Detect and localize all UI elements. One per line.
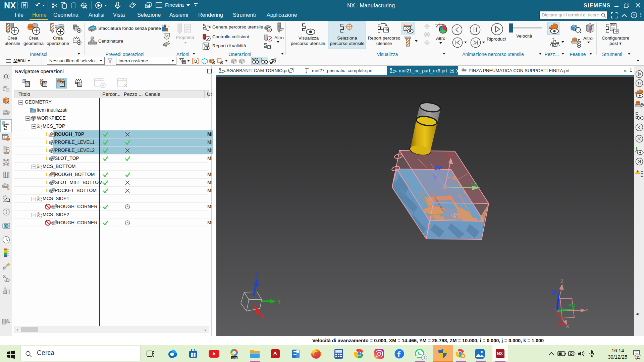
svg-text:XM: XM <box>446 153 453 158</box>
svg-text:M: M <box>462 355 464 358</box>
svg-text:x: x <box>41 216 42 218</box>
svg-text:z: z <box>38 212 40 214</box>
svg-text:XC: XC <box>558 321 565 326</box>
svg-text:Y: Y <box>41 213 42 216</box>
svg-text:YC: YC <box>568 302 575 308</box>
svg-text:!: ! <box>8 318 9 321</box>
svg-text:z: z <box>38 163 40 166</box>
svg-text:Y: Y <box>41 125 42 127</box>
svg-text:Y: Y <box>277 299 281 305</box>
svg-text:Y: Y <box>41 165 42 167</box>
svg-text:?: ? <box>633 13 635 18</box>
svg-text:x: x <box>41 127 42 129</box>
svg-text:NX: NX <box>497 351 503 356</box>
svg-text:z: z <box>38 195 40 198</box>
svg-text:X: X <box>566 323 569 329</box>
svg-text:M365: M365 <box>231 357 237 359</box>
svg-text:Z: Z <box>255 272 258 278</box>
svg-text:X: X <box>260 314 264 319</box>
svg-text:Z: Z <box>560 278 564 284</box>
svg-text:Y: Y <box>585 307 589 313</box>
svg-text:Y: Y <box>41 197 42 199</box>
svg-text:!: ! <box>637 170 638 174</box>
svg-text:YM: YM <box>471 182 478 187</box>
svg-text:ZM: ZM <box>434 165 442 171</box>
svg-text:x: x <box>41 199 42 202</box>
svg-text:ZC: ZC <box>552 289 558 295</box>
svg-text:x: x <box>41 167 42 170</box>
svg-text:z: z <box>38 123 40 125</box>
